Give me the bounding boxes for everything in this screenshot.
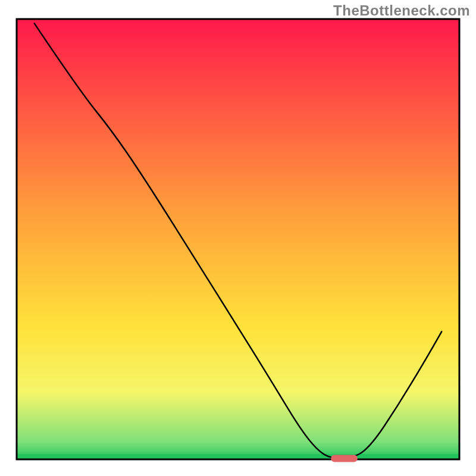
watermark-text: TheBottleneck.com — [333, 2, 470, 19]
chart-background — [17, 19, 459, 459]
chart-svg — [0, 0, 476, 476]
bottleneck-chart: TheBottleneck.com — [0, 0, 476, 476]
optimal-marker — [331, 455, 358, 462]
